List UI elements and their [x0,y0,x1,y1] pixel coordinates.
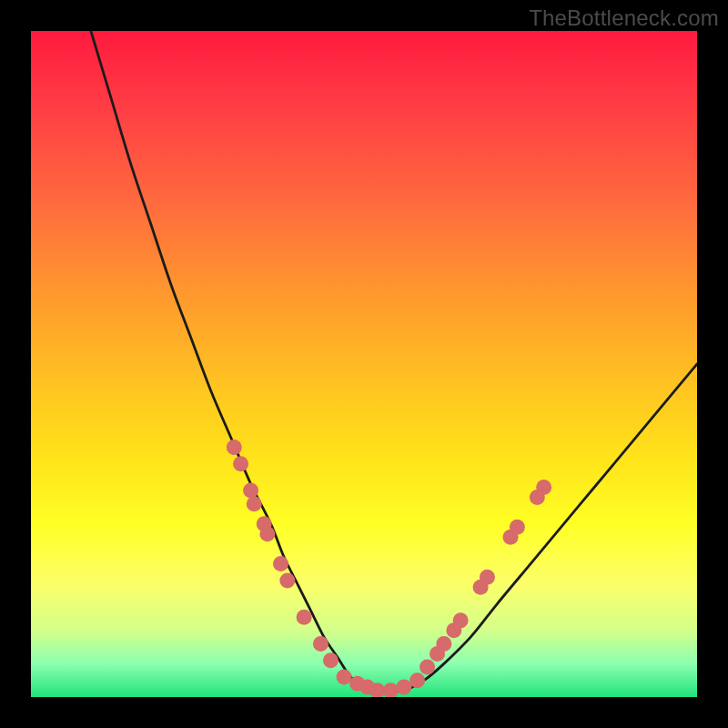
chart-frame: TheBottleneck.com [0,0,728,728]
curve-marker [436,636,451,652]
curve-marker [297,610,312,625]
curve-marker [420,660,435,675]
curve-marker [510,520,525,535]
curve-marker [410,672,425,688]
curve-marker [233,456,248,471]
curve-marker [227,440,242,455]
curve-marker [247,496,262,511]
curve-marker [313,636,329,652]
watermark-label: TheBottleneck.com [529,5,719,31]
curve-marker [396,680,411,695]
curve-marker [480,570,495,585]
bottleneck-curve [91,31,697,692]
marker-layer [227,440,551,697]
chart-svg [31,31,697,697]
curve-marker [243,483,258,499]
curve-marker [337,670,352,685]
curve-marker [259,526,275,541]
curve-marker [383,682,399,697]
curve-marker [536,480,551,495]
curve-marker [453,612,469,628]
curve-marker [273,556,288,571]
curve-marker [323,652,339,668]
plot-area [31,31,697,697]
curve-marker [279,572,295,588]
